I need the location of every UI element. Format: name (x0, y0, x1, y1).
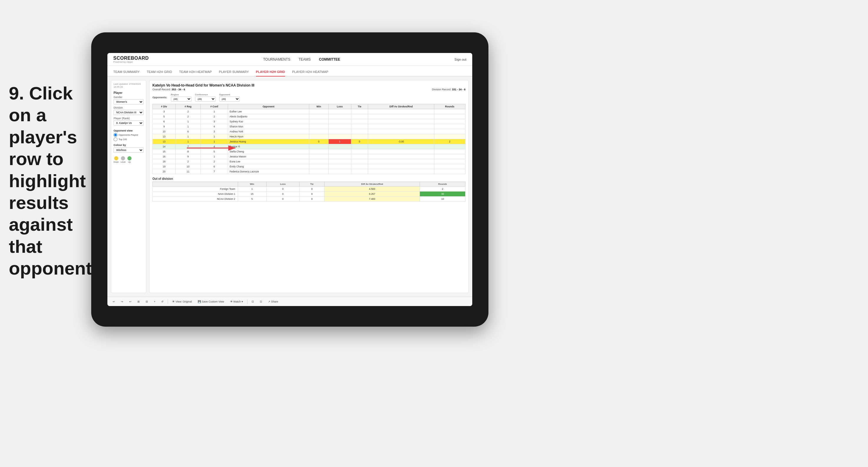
filter-row: Opponents: Region (All) Conference (All) (152, 93, 465, 101)
table-row[interactable]: 19106Emily Chang (153, 164, 465, 169)
nav-tournaments[interactable]: TOURNAMENTS (263, 56, 290, 63)
division-record: Division Record: 331 - 34 - 6 (432, 88, 465, 91)
ood-col-loss: Loss (266, 182, 300, 187)
tab-player-h2h-heatmap[interactable]: PLAYER H2H HEATMAP (292, 70, 329, 76)
remove-btn[interactable]: ⊟ (144, 300, 150, 304)
filter-opponent: Opponent (All) (219, 93, 240, 101)
data-table: # Div # Reg # Conf Opponent Win Loss Tie… (152, 104, 465, 174)
add-btn[interactable]: ⊞ (136, 300, 142, 304)
ood-col-name (153, 182, 238, 187)
logo: SCOREBOARD Powered by clippd (113, 56, 149, 63)
ood-col-win: Win (238, 182, 266, 187)
radio-top-100[interactable]: Top 100 (114, 137, 144, 141)
player-section-title: Player (114, 91, 144, 94)
annotation-text: 9. Click on a player's row to highlight … (9, 83, 88, 280)
table-row[interactable]: 1311Jessica Huang010-3.002 (153, 139, 465, 144)
table-row[interactable]: 1311HeeJo Hyun (153, 134, 465, 139)
ood-table-row[interactable]: Foreign Team1004.5002 (153, 187, 465, 192)
table-row[interactable]: 914Sharon Mun (153, 124, 465, 129)
share-btn[interactable]: ↗ Share (266, 300, 280, 304)
sign-out-button[interactable]: Sign out (455, 58, 466, 61)
gender-select[interactable]: Women's (114, 99, 144, 104)
ood-col-diff: Diff Av Strokes/Rnd (324, 182, 420, 187)
tab-team-h2h-grid[interactable]: TEAM H2H GRID (147, 70, 172, 76)
view-original-btn[interactable]: 👁 View: Original (170, 300, 194, 304)
ood-col-tie: Tie (300, 182, 324, 187)
legend-level: Level (121, 156, 126, 163)
opponent-select[interactable]: (All) (219, 96, 240, 101)
sub-nav: TEAM SUMMARY TEAM H2H GRID TEAM H2H HEAT… (107, 66, 472, 76)
logo-sub: Powered by clippd (113, 61, 149, 63)
tab-player-h2h-grid[interactable]: PLAYER H2H GRID (256, 70, 285, 76)
main-content: Last Updated: 27/03/2024 16:55:28 Player… (107, 76, 472, 297)
colour-by-title: Colour by (114, 144, 144, 147)
out-of-division-title: Out of division (152, 177, 465, 180)
legend: Down Level Up (114, 156, 144, 163)
table-row[interactable]: 522Alexis Sudjianto (153, 114, 465, 119)
col-tie: Tie (351, 104, 368, 109)
ood-table-row[interactable]: NCAA Division 25007.40010 (153, 196, 465, 201)
colour-by-select[interactable]: Win/loss (114, 148, 144, 153)
logo-text: SCOREBOARD (113, 56, 149, 61)
bottom-toolbar: ↩ ↪ ↩ ⊞ ⊟ + ↺ 👁 View: Original 💾 Save Cu… (107, 297, 472, 306)
player-rank-label: Player (Rank) (114, 117, 144, 120)
player-rank-select[interactable]: 8. Katelyn Vo (114, 120, 144, 126)
undo-btn[interactable]: ↩ (111, 300, 117, 304)
opponent-view-title: Opponent view (114, 129, 144, 132)
table-row[interactable]: 1063Andrea York (153, 129, 465, 134)
region-select[interactable]: (All) (171, 96, 191, 101)
logo-area: SCOREBOARD Powered by clippd (113, 56, 149, 63)
table-row[interactable]: 1585Stella Cheng (153, 149, 465, 154)
col-rounds: Rounds (434, 104, 465, 109)
filter-conference: Conference (All) (195, 93, 216, 101)
table-row[interactable]: 321Esther Lee (153, 109, 465, 114)
table-row[interactable]: 1691Jessica Mason (153, 154, 465, 159)
grid-title: Katelyn Vo Head-to-Head Grid for Women's… (152, 83, 465, 87)
ood-col-rounds: Rounds (420, 182, 465, 187)
col-reg: # Reg (175, 104, 200, 109)
overall-record: Overall Record: 353 - 34 - 6 (152, 88, 185, 91)
col-diff: Diff Av Strokes/Rnd (368, 104, 434, 109)
step-number: 9. (9, 83, 24, 103)
tab-team-h2h-heatmap[interactable]: TEAM H2H HEATMAP (179, 70, 212, 76)
table-row[interactable]: 1474Eunice Yi (153, 144, 465, 149)
plus-btn[interactable]: + (152, 300, 157, 304)
save-custom-view-btn[interactable]: 💾 Save Custom View (196, 300, 226, 304)
annotation-description: Click on a player's row to highlight res… (9, 83, 92, 278)
legend-dot-down (114, 156, 118, 160)
col-conf: # Conf (201, 104, 228, 109)
refresh-btn[interactable]: ↺ (159, 300, 165, 304)
col-opponent: Opponent (228, 104, 309, 109)
tab-player-summary[interactable]: PLAYER SUMMARY (219, 70, 249, 76)
conference-select[interactable]: (All) (195, 96, 216, 101)
ood-table: Win Loss Tie Diff Av Strokes/Rnd Rounds … (152, 182, 465, 201)
record-row: Overall Record: 353 - 34 - 6 Division Re… (152, 88, 465, 91)
watch-btn[interactable]: 👁 Watch ▾ (228, 300, 245, 304)
main-nav: TOURNAMENTS TEAMS COMMITTEE (263, 56, 340, 63)
filter-region: Region (All) (171, 93, 191, 101)
top-nav: SCOREBOARD Powered by clippd TOURNAMENTS… (107, 53, 472, 66)
back-btn[interactable]: ↩ (127, 300, 133, 304)
tab-team-summary[interactable]: TEAM SUMMARY (113, 70, 140, 76)
legend-dot-up (127, 156, 131, 160)
last-updated: Last Updated: 27/03/2024 16:55:28 (114, 83, 144, 89)
grid-area: Katelyn Vo Head-to-Head Grid for Women's… (149, 80, 469, 293)
grid-btn-2[interactable]: ⊡ (258, 300, 264, 304)
table-row[interactable]: 20117Federica Domecq Lacroze (153, 169, 465, 174)
grid-btn-1[interactable]: ⊡ (250, 300, 256, 304)
gender-label: Gender (114, 96, 144, 99)
radio-opponents-played[interactable]: Opponents Played (114, 133, 144, 137)
col-div: # Div (153, 104, 176, 109)
legend-label-up: Up (128, 161, 131, 163)
col-loss: Loss (329, 104, 351, 109)
division-label: Division (114, 106, 144, 109)
legend-label-level: Level (121, 161, 126, 163)
ood-table-row[interactable]: NAIA Division 115009.26730 (153, 192, 465, 196)
redo-btn[interactable]: ↪ (119, 300, 125, 304)
table-row[interactable]: 613Sydney Kuo (153, 119, 465, 124)
division-select[interactable]: NCAA Division III (114, 110, 144, 115)
table-row[interactable]: 1822Euna Lee (153, 159, 465, 164)
nav-committee[interactable]: COMMITTEE (319, 56, 340, 63)
nav-teams[interactable]: TEAMS (299, 56, 311, 63)
tablet-shell: SCOREBOARD Powered by clippd TOURNAMENTS… (91, 32, 489, 326)
